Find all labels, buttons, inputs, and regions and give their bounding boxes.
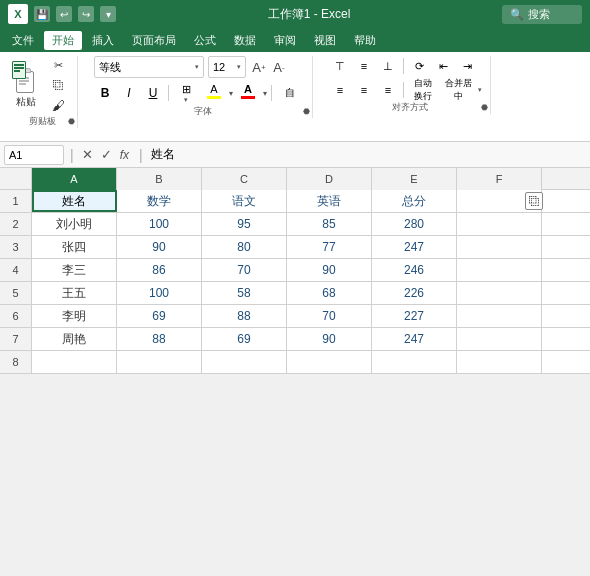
fill-dropdown-icon[interactable]: ▾	[229, 89, 233, 98]
formula-confirm-icon[interactable]: ✓	[99, 147, 114, 162]
cell-e3[interactable]: 247	[372, 236, 457, 258]
copy-button[interactable]: ⿻	[47, 76, 69, 94]
cell-e4[interactable]: 246	[372, 259, 457, 281]
menu-home[interactable]: 开始	[44, 31, 82, 50]
font-increase-button[interactable]: A+	[250, 58, 268, 76]
cell-e7[interactable]: 247	[372, 328, 457, 350]
row-num-4[interactable]: 4	[0, 259, 32, 281]
merge-dropdown-icon[interactable]: ▾	[478, 86, 482, 94]
search-box[interactable]: 🔍 搜索	[502, 5, 582, 24]
font-color-button[interactable]: A	[235, 82, 261, 104]
cell-d6[interactable]: 70	[287, 305, 372, 327]
col-header-b[interactable]: B	[117, 168, 202, 190]
col-header-f[interactable]: F	[457, 168, 542, 190]
cell-f5[interactable]	[457, 282, 542, 304]
formula-input[interactable]: 姓名	[151, 146, 586, 163]
cell-f3[interactable]	[457, 236, 542, 258]
row-num-6[interactable]: 6	[0, 305, 32, 327]
paste-button[interactable]: 粘贴	[8, 59, 44, 111]
align-bottom-button[interactable]: ⊥	[377, 56, 399, 76]
col-header-a[interactable]: A	[32, 168, 117, 190]
cell-c7[interactable]: 69	[202, 328, 287, 350]
menu-help[interactable]: 帮助	[346, 31, 384, 50]
cell-a4[interactable]: 李三	[32, 259, 117, 281]
cell-c1[interactable]: 语文	[202, 190, 287, 212]
cell-reference-box[interactable]: A1	[4, 145, 64, 165]
menu-page-layout[interactable]: 页面布局	[124, 31, 184, 50]
font-color-dropdown-icon[interactable]: ▾	[263, 89, 267, 98]
align-middle-button[interactable]: ≡	[353, 56, 375, 76]
cell-f6[interactable]	[457, 305, 542, 327]
cell-d7[interactable]: 90	[287, 328, 372, 350]
cell-e5[interactable]: 226	[372, 282, 457, 304]
cell-a6[interactable]: 李明	[32, 305, 117, 327]
cell-b7[interactable]: 88	[117, 328, 202, 350]
cell-d2[interactable]: 85	[287, 213, 372, 235]
col-header-d[interactable]: D	[287, 168, 372, 190]
menu-file[interactable]: 文件	[4, 31, 42, 50]
align-top-button[interactable]: ⊤	[329, 56, 351, 76]
menu-view[interactable]: 视图	[306, 31, 344, 50]
cell-d5[interactable]: 68	[287, 282, 372, 304]
cell-f4[interactable]	[457, 259, 542, 281]
row-num-5[interactable]: 5	[0, 282, 32, 304]
underline-button[interactable]: U	[142, 82, 164, 104]
row-num-1[interactable]: 1	[0, 190, 32, 212]
row-num-2[interactable]: 2	[0, 213, 32, 235]
row-num-8[interactable]: 8	[0, 351, 32, 373]
cell-b3[interactable]: 90	[117, 236, 202, 258]
paste-options-icon[interactable]: ⿻	[525, 192, 543, 210]
redo-quick-icon[interactable]: ↪	[78, 6, 94, 22]
cell-a2[interactable]: 刘小明	[32, 213, 117, 235]
italic-button[interactable]: I	[118, 82, 140, 104]
cell-e6[interactable]: 227	[372, 305, 457, 327]
menu-insert[interactable]: 插入	[84, 31, 122, 50]
cell-c5[interactable]: 58	[202, 282, 287, 304]
cell-b2[interactable]: 100	[117, 213, 202, 235]
fill-color-button[interactable]: A	[201, 82, 227, 104]
cell-c2[interactable]: 95	[202, 213, 287, 235]
cell-d8[interactable]	[287, 351, 372, 373]
row-num-3[interactable]: 3	[0, 236, 32, 258]
menu-formula[interactable]: 公式	[186, 31, 224, 50]
cell-e8[interactable]	[372, 351, 457, 373]
undo-quick-icon[interactable]: ↩	[56, 6, 72, 22]
wrap-text-button[interactable]: 自	[276, 82, 304, 104]
cut-button[interactable]: ✂	[47, 56, 69, 74]
row-num-7[interactable]: 7	[0, 328, 32, 350]
align-left-button[interactable]: ≡	[329, 80, 351, 100]
clipboard-expand-icon[interactable]: ⬣	[68, 117, 75, 126]
cell-c6[interactable]: 88	[202, 305, 287, 327]
formula-fx-icon[interactable]: fx	[118, 148, 131, 162]
cell-b4[interactable]: 86	[117, 259, 202, 281]
cell-c4[interactable]: 70	[202, 259, 287, 281]
cell-b5[interactable]: 100	[117, 282, 202, 304]
cell-f2[interactable]	[457, 213, 542, 235]
cell-c3[interactable]: 80	[202, 236, 287, 258]
cell-f7[interactable]	[457, 328, 542, 350]
cell-b6[interactable]: 69	[117, 305, 202, 327]
outdent-button[interactable]: ⇥	[456, 56, 478, 76]
cell-d1[interactable]: 英语	[287, 190, 372, 212]
cell-e1[interactable]: 总分	[372, 190, 457, 212]
cell-b8[interactable]	[117, 351, 202, 373]
menu-review[interactable]: 审阅	[266, 31, 304, 50]
font-decrease-button[interactable]: A-	[270, 58, 288, 76]
customize-quick-icon[interactable]: ▾	[100, 6, 116, 22]
menu-data[interactable]: 数据	[226, 31, 264, 50]
merge-button[interactable]: 合并居中	[440, 80, 476, 100]
cell-b1[interactable]: 数学	[117, 190, 202, 212]
save-quick-icon[interactable]: 💾	[34, 6, 50, 22]
col-header-e[interactable]: E	[372, 168, 457, 190]
cell-a7[interactable]: 周艳	[32, 328, 117, 350]
font-expand-icon[interactable]: ⬣	[303, 107, 310, 116]
align-center-button[interactable]: ≡	[353, 80, 375, 100]
alignment-expand-icon[interactable]: ⬣	[481, 103, 488, 112]
cell-a8[interactable]	[32, 351, 117, 373]
border-button[interactable]: ⊞ ▾	[173, 82, 199, 104]
cell-d3[interactable]: 77	[287, 236, 372, 258]
col-header-c[interactable]: C	[202, 168, 287, 190]
text-direction-button[interactable]: ⟳	[408, 56, 430, 76]
cell-a1[interactable]: 姓名	[32, 190, 117, 212]
wrap-button[interactable]: 自动换行	[408, 80, 438, 100]
